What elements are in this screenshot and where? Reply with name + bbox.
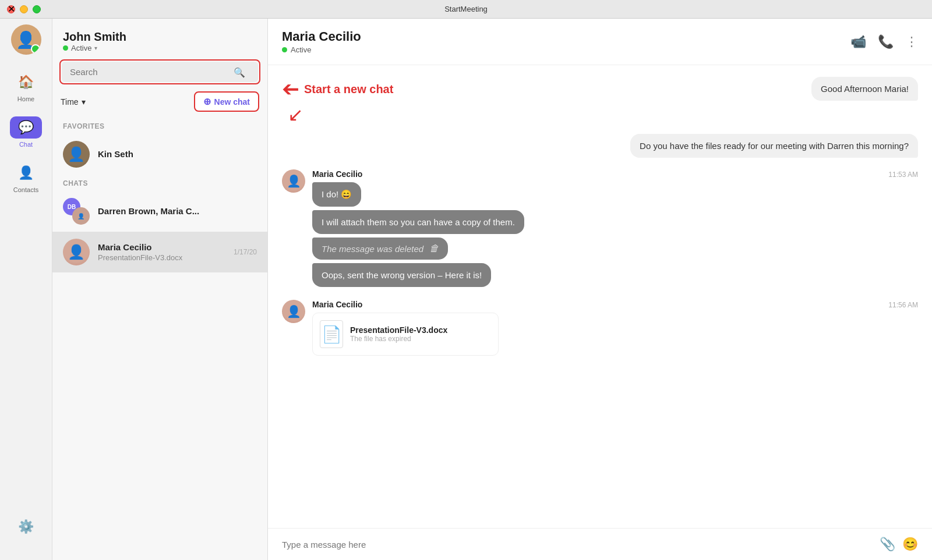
sidebar-item-chat[interactable]: 💬 Chat bbox=[0, 109, 52, 155]
time-filter-label: Time bbox=[61, 97, 79, 107]
home-icon: 🏠 bbox=[18, 75, 34, 89]
annotation-arrows: ➔ Start a new chat ↙ bbox=[282, 77, 393, 126]
message-incoming-3: 👤 Maria Cecilio 11:53 AM I do! 😄 I will … bbox=[282, 169, 918, 290]
minimize-button[interactable] bbox=[20, 5, 28, 13]
message-text: Good Afternoon Maria! bbox=[821, 84, 909, 94]
message-bubble: Good Afternoon Maria! bbox=[811, 77, 918, 101]
file-info: PresentationFile-V3.docx The file has ex… bbox=[350, 325, 447, 343]
search-bar-outline: 🔍 bbox=[59, 59, 260, 84]
sidebar-item-label: Home bbox=[17, 95, 34, 102]
arrow-down-left-icon: ↙ bbox=[288, 104, 303, 125]
time-filter[interactable]: Time ▾ bbox=[61, 97, 86, 107]
profile-info: John Smith Active ▾ bbox=[63, 30, 126, 52]
sidebar-item-home[interactable]: 🏠 Home bbox=[0, 64, 52, 109]
toolbar-row: Time ▾ ⊕ New chat bbox=[52, 89, 267, 118]
chat-input-area: 📎 😊 bbox=[268, 528, 932, 560]
video-call-icon[interactable]: 📹 bbox=[850, 34, 866, 49]
favorites-section-label: FAVORITES bbox=[52, 118, 267, 134]
sender-row: Maria Cecilio 11:56 AM bbox=[312, 300, 918, 309]
chevron-down-icon[interactable]: ▾ bbox=[94, 45, 97, 51]
profile-status: Active ▾ bbox=[63, 44, 126, 52]
message-content: Maria Cecilio 11:53 AM I do! 😄 I will at… bbox=[312, 169, 918, 290]
chat-item-time: 1/17/20 bbox=[234, 248, 257, 256]
close-button[interactable]: ✕ bbox=[7, 5, 15, 13]
plus-icon: ⊕ bbox=[203, 96, 211, 107]
chat-contact-name: Maria Cecilio bbox=[282, 29, 850, 44]
list-item[interactable]: 👤 Kin Seth bbox=[52, 134, 267, 175]
file-icon: 📄 bbox=[320, 320, 343, 348]
file-status: The file has expired bbox=[350, 335, 447, 343]
message-content: Maria Cecilio 11:56 AM 📄 PresentationFil… bbox=[312, 300, 918, 356]
chevron-down-icon: ▾ bbox=[82, 97, 86, 107]
traffic-lights: ✕ bbox=[7, 5, 41, 13]
chat-header-actions: 📹 📞 ⋮ bbox=[850, 34, 918, 49]
phone-call-icon[interactable]: 📞 bbox=[878, 34, 894, 49]
new-chat-button[interactable]: ⊕ New chat bbox=[194, 91, 259, 112]
sender-avatar: 👤 bbox=[282, 169, 305, 193]
contacts-icon: 👤 bbox=[18, 165, 34, 180]
chat-item-name: Darren Brown, Maria C... bbox=[98, 206, 257, 216]
arrow-left-icon: ➔ bbox=[282, 77, 299, 101]
contact-status-label: Active bbox=[291, 45, 311, 54]
chat-item-preview: PresentationFile-V3.docx bbox=[98, 253, 225, 262]
group-avatar-2: 👤 bbox=[72, 207, 90, 225]
trash-icon: 🗑 bbox=[429, 243, 439, 254]
chat-messages: ➔ Start a new chat ↙ Good Afternoon Mari… bbox=[268, 65, 932, 528]
message-bubble: I will attach them so you can have a cop… bbox=[312, 210, 524, 234]
more-options-icon[interactable]: ⋮ bbox=[905, 34, 918, 49]
chat-icon: 💬 bbox=[18, 120, 34, 134]
chat-item-info: Kin Seth bbox=[98, 149, 257, 160]
start-new-chat-label: Start a new chat bbox=[304, 83, 393, 96]
maximize-button[interactable] bbox=[33, 5, 41, 13]
app-container: 👤 🏠 Home 💬 Chat 👤 Contacts ⚙️ bbox=[0, 19, 932, 560]
search-icon: 🔍 bbox=[234, 66, 245, 77]
message-file-4: 👤 Maria Cecilio 11:56 AM 📄 PresentationF… bbox=[282, 300, 918, 356]
chat-input[interactable] bbox=[282, 540, 873, 550]
file-attachment[interactable]: 📄 PresentationFile-V3.docx The file has … bbox=[312, 313, 499, 356]
chat-item-name: Kin Seth bbox=[98, 149, 257, 159]
message-bubble: Oops, sent the wrong version – Here it i… bbox=[312, 263, 491, 287]
new-chat-label: New chat bbox=[214, 97, 250, 107]
message-bubbles: I do! 😄 I will attach them so you can ha… bbox=[312, 182, 918, 290]
annotation-row1: ➔ Start a new chat bbox=[282, 77, 393, 101]
chats-section-label: CHATS bbox=[52, 175, 267, 191]
chat-item-name: Maria Cecilio bbox=[98, 242, 225, 252]
list-item[interactable]: DB 👤 Darren Brown, Maria C... bbox=[52, 191, 267, 232]
sidebar-item-label: Chat bbox=[19, 141, 33, 148]
chat-item-info: Darren Brown, Maria C... bbox=[98, 206, 257, 217]
list-item[interactable]: 👤 Maria Cecilio PresentationFile-V3.docx… bbox=[52, 232, 267, 272]
message-text: The message was deleted bbox=[322, 244, 423, 254]
gear-icon: ⚙️ bbox=[18, 519, 34, 534]
emoji-icon[interactable]: 😊 bbox=[902, 537, 918, 552]
title-bar: ✕ StartMeeting bbox=[0, 0, 932, 19]
avatar[interactable]: 👤 bbox=[11, 24, 41, 55]
message-text: I will attach them so you can have a cop… bbox=[322, 217, 515, 227]
app-title: StartMeeting bbox=[444, 5, 488, 13]
message-time: 11:56 AM bbox=[888, 301, 918, 309]
message-bubble: Do you have the files ready for our meet… bbox=[630, 134, 918, 158]
icon-sidebar: 👤 🏠 Home 💬 Chat 👤 Contacts ⚙️ bbox=[0, 19, 52, 560]
avatar: DB 👤 bbox=[63, 198, 90, 225]
status-label: Active bbox=[71, 44, 91, 52]
sender-name: Maria Cecilio bbox=[312, 169, 362, 179]
chat-list-panel: John Smith Active ▾ 🔍 Time ▾ bbox=[52, 19, 268, 560]
sidebar-item-settings[interactable]: ⚙️ bbox=[0, 509, 52, 545]
profile-name: John Smith bbox=[63, 30, 126, 44]
sidebar-item-contacts[interactable]: 👤 Contacts bbox=[0, 155, 52, 200]
active-status-dot bbox=[63, 45, 68, 51]
annotation-row2: ↙ bbox=[288, 104, 393, 126]
message-text: Do you have the files ready for our meet… bbox=[640, 141, 909, 151]
file-name: PresentationFile-V3.docx bbox=[350, 325, 447, 335]
attachment-icon[interactable]: 📎 bbox=[880, 537, 895, 552]
avatar: 👤 bbox=[63, 141, 90, 168]
sidebar-item-label: Contacts bbox=[13, 186, 38, 193]
annotation-area: ➔ Start a new chat ↙ Good Afternoon Mari… bbox=[282, 77, 918, 126]
chat-item-info: Maria Cecilio PresentationFile-V3.docx bbox=[98, 242, 225, 262]
message-outgoing-1: Good Afternoon Maria! bbox=[405, 77, 918, 101]
message-bubble-deleted: The message was deleted 🗑 bbox=[312, 238, 448, 260]
search-input[interactable] bbox=[62, 62, 258, 82]
message-outgoing-2: Do you have the files ready for our meet… bbox=[282, 134, 918, 158]
sender-row: Maria Cecilio 11:53 AM bbox=[312, 169, 918, 179]
chat-header-status: Active bbox=[282, 45, 850, 54]
message-bubble: I do! 😄 bbox=[312, 182, 361, 207]
